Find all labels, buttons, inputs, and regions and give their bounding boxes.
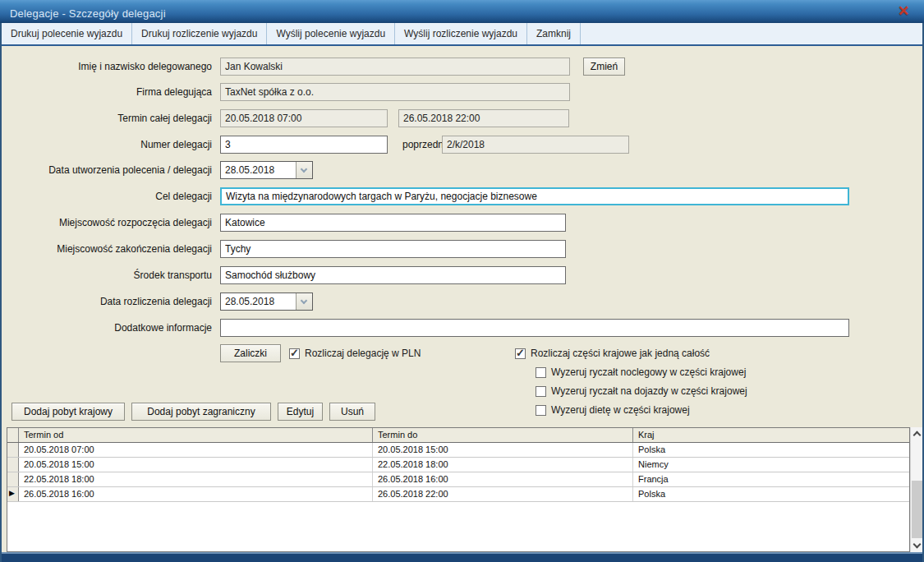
cell-country: Niemcy	[633, 458, 909, 472]
cell-from: 26.05.2018 16:00	[19, 487, 373, 501]
domestic-whole-checkbox-label: Rozliczaj części krajowe jak jedną całoś…	[531, 348, 710, 359]
purpose-input[interactable]	[220, 187, 849, 205]
creation-date-value: 28.05.2018	[221, 162, 296, 178]
cell-to: 26.05.2018 16:00	[373, 472, 633, 486]
zero-lodging-checkbox-label: Wyzeruj ryczałt noclegowy w części krajo…	[551, 366, 746, 378]
start-city-input[interactable]	[220, 214, 566, 232]
additional-info-label: Dodatkowe informacje	[7, 322, 212, 334]
zero-diet-checkbox-label: Wyzeruj dietę w części krajowej	[551, 404, 690, 416]
cell-country: Polska	[633, 443, 909, 457]
change-person-button[interactable]: Zmień	[583, 58, 625, 76]
row-gutter: ▶	[7, 487, 19, 501]
creation-date-combobox[interactable]: 28.05.2018	[220, 161, 313, 179]
row-marker-icon: ▶	[9, 489, 15, 497]
delete-stay-button[interactable]: Usuń	[329, 403, 375, 421]
row-gutter: ▶	[7, 458, 19, 472]
checkbox-settle-in-pln[interactable]: ✓ Rozliczaj delegację w PLN	[289, 348, 421, 359]
table-header-row: Termin od Termin do Kraj	[7, 428, 909, 443]
number-label: Numer delegacji	[7, 139, 212, 150]
zero-commute-checkbox-label: Wyzeruj ryczałt na dojazdy w części kraj…	[551, 385, 747, 397]
term-from-field	[220, 109, 388, 127]
toolbar-close-button[interactable]: Zamknij	[527, 23, 581, 44]
end-city-input[interactable]	[220, 240, 566, 258]
scroll-down-icon[interactable]	[913, 541, 922, 549]
advances-button[interactable]: Zaliczki	[220, 344, 281, 362]
domestic-whole-checkbox-box[interactable]: ✓	[515, 348, 526, 359]
toolbar-send-settlement-button[interactable]: Wyślij rozliczenie wyjazdu	[395, 23, 527, 44]
cell-from: 20.05.2018 07:00	[19, 443, 373, 457]
edit-stay-button[interactable]: Edytuj	[278, 403, 323, 421]
window-bottom-bar	[0, 552, 924, 562]
checkbox-zero-lodging[interactable]: ✓ Wyzeruj ryczałt noclegowy w części kra…	[536, 366, 746, 378]
column-header-to[interactable]: Termin do	[373, 428, 633, 442]
term-label: Termin całej delegacji	[7, 113, 212, 124]
creation-date-label: Data utworzenia polecenia / delegacji	[7, 164, 212, 176]
scroll-up-icon[interactable]	[913, 431, 922, 440]
purpose-label: Cel delegacji	[7, 191, 212, 202]
cell-to: 26.05.2018 22:00	[373, 487, 633, 501]
table-row[interactable]: ▶ 20.05.2018 07:00 20.05.2018 15:00 Pols…	[7, 443, 909, 458]
name-label: Imię i nazwisko delegowanego	[7, 61, 212, 72]
start-city-label: Miejscowość rozpoczęcia delegacji	[7, 217, 212, 228]
window-left-border	[0, 23, 2, 562]
scrollbar-thumb[interactable]	[912, 481, 922, 538]
window-title: Delegacje - Szczegóły delegacji	[10, 4, 166, 20]
row-gutter: ▶	[7, 443, 19, 457]
chevron-down-icon	[301, 166, 307, 173]
settlement-date-dropdown-button[interactable]	[296, 293, 312, 310]
checkbox-zero-commute[interactable]: ✓ Wyzeruj ryczałt na dojazdy w części kr…	[536, 385, 747, 397]
column-header-country[interactable]: Kraj	[633, 428, 909, 442]
toolbar-print-settlement-button[interactable]: Drukuj rozliczenie wyjazdu	[132, 23, 267, 44]
toolbar: Drukuj polecenie wyjazdu Drukuj rozlicze…	[0, 23, 924, 46]
checkmark-icon: ✓	[516, 347, 525, 359]
transport-input[interactable]	[220, 266, 566, 284]
checkbox-zero-diet[interactable]: ✓ Wyzeruj dietę w części krajowej	[536, 404, 690, 416]
checkmark-icon: ✓	[290, 347, 299, 359]
cell-to: 20.05.2018 15:00	[373, 443, 633, 457]
table-row[interactable]: ▶ 22.05.2018 18:00 26.05.2018 16:00 Fran…	[7, 472, 909, 487]
pln-checkbox-label: Rozliczaj delegację w PLN	[305, 348, 421, 359]
row-gutter: ▶	[7, 472, 19, 486]
toolbar-send-order-button[interactable]: Wyślij polecenie wyjazdu	[267, 23, 395, 44]
toolbar-print-order-button[interactable]: Drukuj polecenie wyjazdu	[2, 23, 132, 44]
pln-checkbox-box[interactable]: ✓	[289, 348, 300, 359]
name-field	[220, 58, 570, 76]
settlement-date-combobox[interactable]: 28.05.2018	[220, 293, 313, 311]
table-scrollbar[interactable]	[910, 427, 922, 552]
term-to-field	[398, 109, 569, 127]
chevron-down-icon	[301, 297, 307, 304]
settlement-date-label: Data rozliczenia delegacji	[7, 296, 212, 307]
settlement-date-value: 28.05.2018	[221, 293, 296, 310]
checkbox-domestic-as-whole[interactable]: ✓ Rozliczaj części krajowe jak jedną cał…	[515, 348, 710, 359]
table-row[interactable]: ▶ 26.05.2018 16:00 26.05.2018 22:00 Pols…	[7, 487, 909, 502]
additional-info-input[interactable]	[220, 319, 849, 337]
company-label: Firma delegująca	[7, 86, 212, 98]
company-field	[220, 83, 570, 101]
transport-label: Środek transportu	[7, 269, 212, 281]
cell-from: 22.05.2018 18:00	[19, 472, 373, 486]
zero-diet-checkbox-box[interactable]: ✓	[536, 405, 546, 416]
zero-lodging-checkbox-box[interactable]: ✓	[536, 367, 546, 378]
add-domestic-stay-button[interactable]: Dodaj pobyt krajowy	[11, 403, 125, 421]
stays-table: Termin od Termin do Kraj ▶ 20.05.2018 07…	[7, 427, 910, 552]
creation-date-dropdown-button[interactable]	[296, 162, 312, 178]
title-bar: Delegacje - Szczegóły delegacji ✕	[0, 0, 924, 23]
column-header-from[interactable]: Termin od	[19, 428, 373, 442]
delegation-number-input[interactable]	[220, 136, 388, 154]
table-row[interactable]: ▶ 20.05.2018 15:00 22.05.2018 18:00 Niem…	[7, 458, 909, 472]
add-foreign-stay-button[interactable]: Dodaj pobyt zagraniczny	[131, 403, 271, 421]
table-header-gutter	[7, 428, 19, 442]
cell-from: 20.05.2018 15:00	[19, 458, 373, 472]
cell-country: Francja	[633, 472, 909, 486]
delegation-details-window: Delegacje - Szczegóły delegacji ✕ Drukuj…	[0, 0, 924, 562]
cell-country: Polska	[633, 487, 909, 501]
cell-to: 22.05.2018 18:00	[373, 458, 633, 472]
zero-commute-checkbox-box[interactable]: ✓	[536, 386, 546, 397]
end-city-label: Miejscowość zakończenia delegacji	[7, 243, 212, 255]
close-icon[interactable]: ✕	[894, 3, 913, 20]
previous-number-field	[442, 136, 629, 154]
